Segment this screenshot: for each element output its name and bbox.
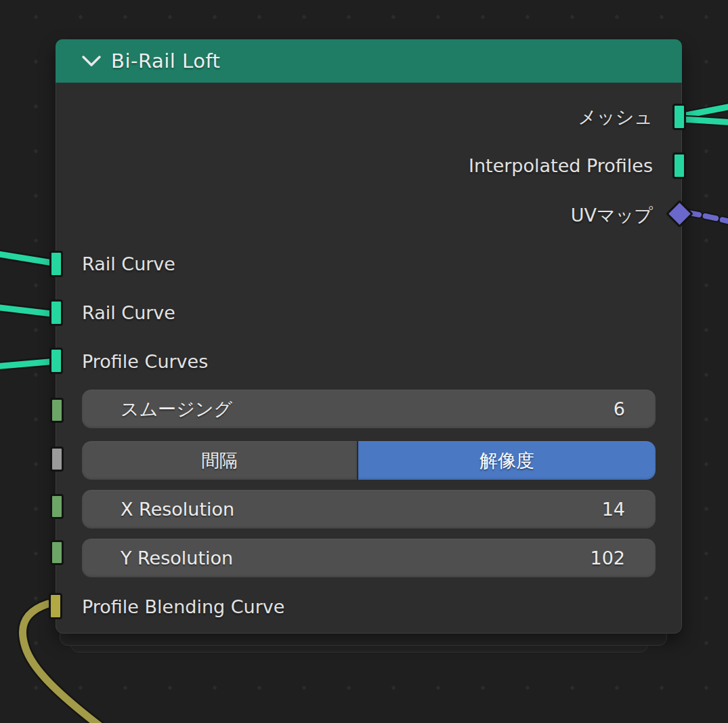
socket-input-y-resolution[interactable] [50,540,64,565]
socket-input-smoothing[interactable] [50,398,64,423]
input-label-profile-curves: Profile Curves [82,350,208,374]
node-header[interactable]: Bi-Rail Loft [56,39,682,83]
input-label-rail-curve-1: Rail Curve [82,252,175,276]
chevron-down-icon[interactable] [81,54,102,68]
x-resolution-label: X Resolution [82,499,602,520]
toggle-option-resolution-label: 解像度 [479,449,534,473]
socket-input-profile-blending-curve[interactable] [49,593,62,619]
mode-toggle: 間隔 解像度 [82,441,656,480]
x-resolution-value: 14 [602,499,656,520]
y-resolution-label: Y Resolution [82,548,590,569]
wire-rail-curve-2[interactable] [0,307,57,314]
smoothing-value: 6 [614,398,656,419]
y-resolution-value: 102 [590,548,656,569]
socket-output-mesh[interactable] [672,104,686,130]
socket-input-mode[interactable] [50,447,64,472]
socket-input-profile-curves[interactable] [49,348,63,374]
wire-rail-curve-1[interactable] [0,253,57,264]
x-resolution-slider[interactable]: X Resolution 14 [82,490,656,529]
socket-output-interpolated-profiles[interactable] [672,152,686,179]
output-label-interpolated-profiles: Interpolated Profiles [469,154,653,178]
output-label-uv-map: UVマップ [571,203,653,228]
toggle-option-interval[interactable]: 間隔 [82,441,357,480]
toggle-option-interval-label: 間隔 [201,449,238,473]
wire-profile-curves[interactable] [0,361,57,367]
node-bi-rail-loft[interactable]: Bi-Rail Loft メッシュ Interpolated Profiles … [56,39,682,634]
node-editor-canvas[interactable]: Bi-Rail Loft メッシュ Interpolated Profiles … [0,0,728,723]
socket-input-x-resolution[interactable] [50,494,64,519]
node-title: Bi-Rail Loft [111,49,221,73]
wire-mesh-output-upper[interactable] [683,106,728,116]
wire-mesh-output-lower[interactable] [683,119,728,123]
input-label-rail-curve-2: Rail Curve [82,301,175,325]
toggle-option-resolution-selected[interactable]: 解像度 [358,441,656,480]
socket-input-rail-curve-1[interactable] [49,251,63,277]
smoothing-label: スムージング [82,397,614,421]
y-resolution-slider[interactable]: Y Resolution 102 [82,539,656,577]
wire-uv-map-dashed[interactable] [688,213,728,223]
input-label-profile-blending-curve: Profile Blending Curve [82,595,284,619]
socket-input-rail-curve-2[interactable] [49,299,63,326]
output-label-mesh: メッシュ [578,105,653,129]
smoothing-slider[interactable]: スムージング 6 [82,390,656,428]
